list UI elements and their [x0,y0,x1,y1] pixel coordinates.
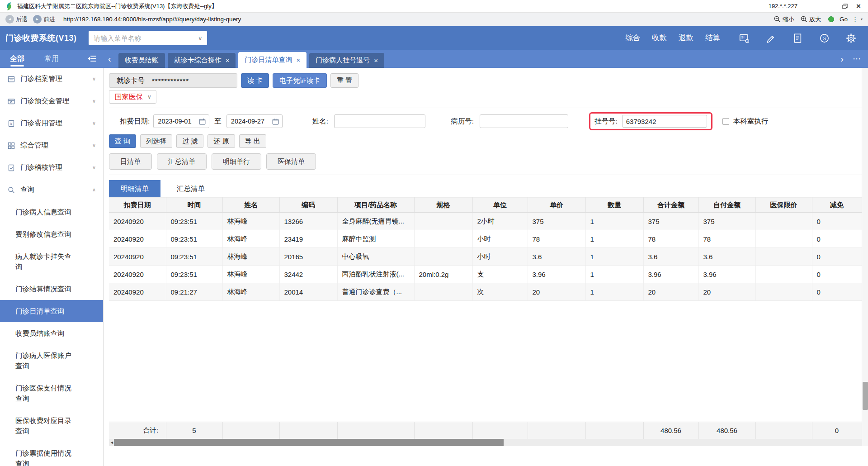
column-header[interactable]: 规格 [414,198,472,213]
summary-list-button[interactable]: 汇总清单 [157,153,207,170]
sidebar-item[interactable]: 医保收费对应目录查询 [0,409,103,442]
zoom-out-button[interactable]: 缩小 [774,15,794,24]
table-row[interactable]: 20240920 09:23:51 林海峰 20165 中心吸氧 小时 3.6 … [109,248,862,266]
v-scrollbar[interactable] [862,68,868,446]
tab-scroll-right-icon[interactable]: › [840,54,844,63]
settings-gear-icon[interactable] [846,33,856,43]
date-to-picker[interactable]: 2024-09-27 [226,114,283,128]
column-header[interactable]: 姓名 [222,198,279,213]
menu-search-combo[interactable]: ∨ [89,31,207,45]
go-button[interactable]: Go [840,16,848,23]
sidebar-item[interactable]: 门诊票据使用情况查询 [0,442,103,466]
reset-button[interactable]: 重 置 [330,73,359,88]
insurance-list-button[interactable]: 医保清单 [266,153,316,170]
h-scrollbar-thumb[interactable] [114,439,504,446]
column-header[interactable]: 单位 [472,198,528,213]
cell: 20240920 [109,230,166,248]
tab-scroll-left-icon[interactable]: ‹ [108,54,111,63]
sidebar-item[interactable]: 费别修改信息查询 [0,223,103,245]
restore-button[interactable] [838,1,852,12]
ecert-read-card-button[interactable]: 电子凭证读卡 [273,73,327,88]
filter-button[interactable]: 过 滤 [176,134,203,148]
sidebar-group-comprehensive[interactable]: 综合管理 ∨ [0,134,103,157]
column-header[interactable]: 扣费日期 [109,198,166,213]
date-from-picker[interactable]: 2023-09-01 [153,114,209,128]
column-header[interactable]: 数量 [585,198,643,213]
url-text[interactable]: http://192.168.190.44:8000/his-mzsf/app/… [63,16,770,23]
card-number-field[interactable]: 就诊卡号 ************ [109,73,237,88]
sidebar-item[interactable]: 收费员结账查询 [0,322,103,344]
tab-card-operations[interactable]: 就诊卡综合操作 × [168,53,236,68]
sidebar-item[interactable]: 门诊病人信息查询 [0,201,103,223]
zoom-in-button[interactable]: 放大 [801,15,821,24]
sidebar-group-audit[interactable]: 门诊稽核管理 ∨ [0,157,103,179]
day-list-button[interactable]: 日清单 [109,153,152,170]
table-row[interactable]: 20240920 09:23:51 林海峰 13266 全身麻醉(无痛胃镜...… [109,213,862,230]
h-scrollbar[interactable]: ◄ [109,439,863,446]
detail-single-line-button[interactable]: 明细单行 [212,153,261,170]
back-button[interactable]: 后退 [16,15,28,24]
column-header[interactable]: 单价 [528,198,585,213]
close-button[interactable]: × [852,1,865,12]
forward-button[interactable]: 前进 [43,15,55,24]
sidebar-item[interactable]: 门诊结算情况查询 [0,278,103,300]
sidebar-item[interactable]: 门诊日清单查询 [0,300,103,322]
table-row[interactable]: 20240920 09:23:51 林海峰 32442 丙泊酚乳状注射液(...… [109,266,862,283]
export-button[interactable]: 导 出 [239,134,266,148]
social-insurance-card-icon[interactable]: SI [739,33,750,43]
sidebar-group-archive[interactable]: 门诊档案管理 ∨ [0,68,103,90]
close-icon[interactable]: × [296,57,300,63]
name-input[interactable] [334,114,425,128]
chevron-down-icon[interactable]: ∨ [198,35,203,42]
table-row[interactable]: 20240920 09:23:51 林海峰 23419 麻醉中监测 小时 78 … [109,230,862,248]
insurance-type-select[interactable]: 国家医保 ∨ [109,90,156,104]
tab-summary-list[interactable]: 汇总清单 [165,180,217,197]
supervise-icon[interactable]: S [819,33,830,43]
sidebar-item[interactable]: 门诊病人医保账户查询 [0,344,103,377]
column-header[interactable]: 医保限价 [755,198,812,213]
cell: 78 [698,230,755,248]
query-button[interactable]: 查 询 [109,134,136,148]
column-header[interactable]: 合计金额 [643,198,698,213]
menu-item-receive-payment[interactable]: 收款 [652,33,667,43]
restore-columns-button[interactable]: 还 原 [208,134,235,148]
sidebar-group-query[interactable]: 查询 ∧ [0,179,103,201]
regno-input[interactable] [622,115,707,128]
close-icon[interactable]: × [226,57,230,64]
column-header[interactable]: 时间 [166,198,222,213]
hand-sign-icon[interactable] [766,33,776,43]
browser-menu-button[interactable]: ⋮ [852,16,858,23]
sidebar-group-fees[interactable]: ¥ 门诊费用管理 ∨ [0,112,103,134]
minimize-button[interactable]: — [825,1,838,12]
column-header[interactable]: 编码 [279,198,337,213]
cell [755,283,812,301]
menu-item-refund[interactable]: 退款 [679,33,693,43]
menu-item-settle[interactable]: 结算 [705,33,720,43]
sidebar-group-prepayment[interactable]: 门诊预交金管理 ∨ [0,90,103,112]
table-row[interactable]: 20240920 09:21:27 林海峰 20014 普通门诊诊查费（... … [109,283,862,301]
cell: 3.6 [643,248,698,266]
column-select-button[interactable]: 列选择 [140,134,172,148]
dept-only-checkbox[interactable] [722,118,729,125]
sidebar-item[interactable]: 病人就诊卡挂失查询 [0,245,103,278]
sidebar-tab-all[interactable]: 全部 [10,50,24,68]
tab-day-listing-query[interactable]: 门诊日清单查询 × [238,52,307,68]
menu-item-comprehensive[interactable]: 综合 [625,33,640,43]
mrn-input[interactable] [480,114,568,128]
tab-detail-list[interactable]: 明细清单 [109,180,160,197]
tab-registration-refund[interactable]: 门诊病人挂号退号 × [309,53,384,68]
column-header[interactable]: 项目/药品名称 [337,198,414,213]
column-header[interactable]: 减免 [812,198,862,213]
v-scrollbar-thumb[interactable] [863,382,868,410]
tab-cashier-settlement[interactable]: 收费员结账 [118,53,165,68]
menu-search-input[interactable] [89,31,198,45]
sidebar-tab-common[interactable]: 常用 [44,50,59,68]
sidebar-item[interactable]: 门诊医保支付情况查询 [0,377,103,409]
collapse-sidebar-icon[interactable] [88,55,96,62]
column-header[interactable]: 自付金额 [698,198,755,213]
read-card-button[interactable]: 读 卡 [241,73,269,88]
close-icon[interactable]: × [374,57,378,64]
tab-more-icon[interactable]: ⋯ [853,55,861,63]
invoice-print-icon[interactable] [793,33,803,43]
regno-label: 挂号号: [594,117,618,126]
